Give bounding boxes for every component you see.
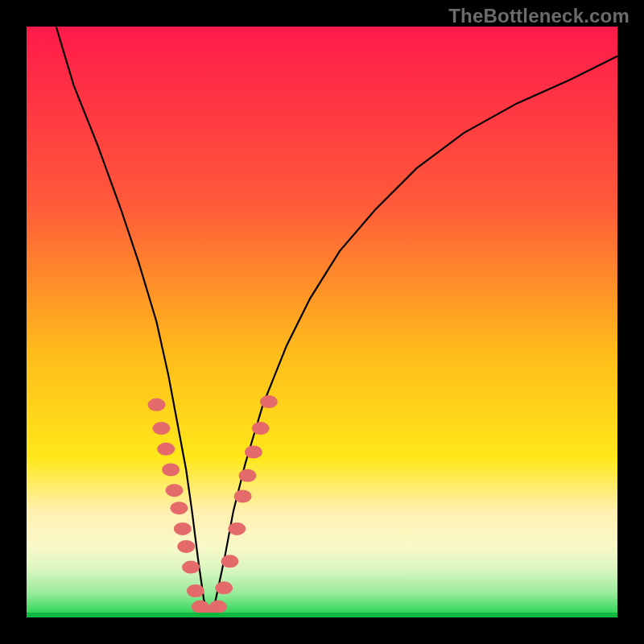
plot-bottom-strip [27, 613, 617, 617]
sample-point [239, 469, 257, 482]
sample-point [245, 446, 262, 459]
sample-point [209, 601, 227, 613]
sample-point [170, 502, 188, 514]
sample-point [182, 561, 200, 574]
sample-point [260, 395, 278, 408]
sample-point [228, 522, 246, 535]
sample-point [221, 555, 239, 568]
watermark-label: TheBottleneck.com [448, 5, 630, 27]
bottleneck-chart-svg [27, 27, 617, 617]
sample-point [174, 522, 192, 535]
sample-point [187, 584, 204, 597]
sample-point [152, 422, 170, 435]
chart-frame: TheBottleneck.com [0, 0, 644, 644]
sample-point [162, 464, 180, 477]
sample-point [177, 540, 195, 553]
sample-point [166, 484, 184, 497]
sample-point [215, 581, 233, 594]
sample-point [157, 443, 175, 456]
sample-point [234, 490, 252, 503]
sample-point [148, 398, 166, 411]
sample-point [252, 422, 270, 435]
plot-area [27, 27, 617, 617]
sample-points-group [148, 395, 278, 617]
bottleneck-curve [56, 27, 617, 617]
